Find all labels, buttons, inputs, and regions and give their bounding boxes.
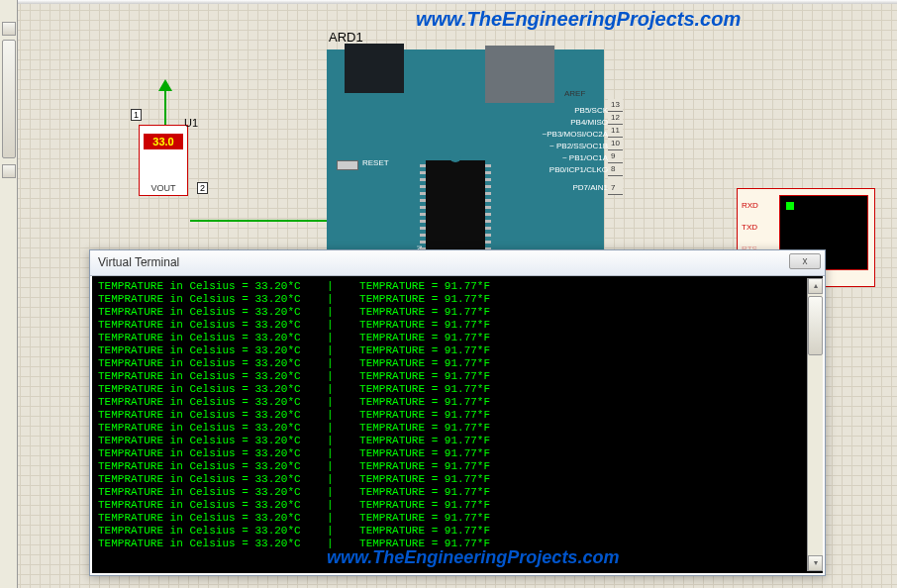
arduino-board[interactable]: RESET DIGI AN PB5/SCK PB4/MISO ~PB3/MOSI…	[327, 49, 604, 257]
pin-label: PB5/SCK	[543, 105, 608, 117]
window-titlebar[interactable]: Virtual Terminal x	[90, 250, 825, 276]
arduino-right-pin-numbers: 13 12 11 10 9 8 7	[608, 99, 623, 195]
scrollbar-thumb[interactable]	[2, 40, 16, 158]
terminal-output[interactable]: TEMPRATURE in Celsius = 33.20*C | TEMPRA…	[92, 276, 823, 573]
arduino-ref-label: ARD1	[329, 30, 363, 45]
terminal-line: TEMPRATURE in Celsius = 33.20*C | TEMPRA…	[98, 383, 817, 396]
terminal-line: TEMPRATURE in Celsius = 33.20*C | TEMPRA…	[98, 332, 817, 344]
sensor-vout-label: VOUT	[140, 181, 187, 195]
pin-label: ~ PB2/SS/OC1B	[543, 141, 608, 152]
schematic-canvas[interactable]: www.TheEngineeringProjects.com U1 1 33.0…	[0, 0, 897, 588]
terminal-line: TEMPRATURE in Celsius = 33.20*C | TEMPRA…	[98, 396, 817, 409]
reset-label: RESET	[362, 158, 389, 167]
terminal-line: TEMPRATURE in Celsius = 33.20*C | TEMPRA…	[98, 460, 817, 473]
arduino-right-pin-labels: PB5/SCK PB4/MISO ~PB3/MOSI/OC2A ~ PB2/SS…	[543, 105, 608, 194]
sensor-ref-label: U1	[184, 117, 198, 129]
window-close-button[interactable]: x	[789, 253, 821, 269]
vcc-wire	[164, 89, 166, 125]
pin-number: 10	[608, 138, 623, 150]
terminal-line: TEMPRATURE in Celsius = 33.20*C | TEMPRA…	[98, 306, 817, 319]
terminal-line: TEMPRATURE in Celsius = 33.20*C | TEMPRA…	[98, 422, 817, 435]
ruler	[18, 0, 897, 4]
pin-label: RXD	[742, 195, 758, 217]
sensor-component[interactable]: U1 1 33.0 VOUT 2	[139, 89, 188, 196]
terminal-line: TEMPRATURE in Celsius = 33.20*C | TEMPRA…	[98, 293, 817, 306]
window-title: Virtual Terminal	[98, 255, 179, 269]
terminal-scrollbar[interactable]: ▴ ▾	[807, 278, 823, 571]
pin-label: ~PB3/MOSI/OC2A	[543, 129, 608, 141]
reset-button-icon	[337, 160, 358, 170]
terminal-line: TEMPRATURE in Celsius = 33.20*C | TEMPRA…	[98, 486, 817, 499]
watermark-top: www.TheEngineeringProjects.com	[416, 8, 741, 31]
terminal-line: TEMPRATURE in Celsius = 33.20*C | TEMPRA…	[98, 435, 817, 447]
terminal-line: TEMPRATURE in Celsius = 33.20*C | TEMPRA…	[98, 499, 817, 512]
terminal-line: TEMPRATURE in Celsius = 33.20*C | TEMPRA…	[98, 344, 817, 357]
pin-number: 7	[608, 182, 623, 195]
pin-number: 11	[608, 125, 623, 138]
sensor-display-value: 33.0	[144, 134, 183, 149]
scroll-down-button[interactable]	[2, 164, 16, 178]
pin-number: 8	[608, 163, 623, 176]
scrollbar-thumb[interactable]	[808, 296, 823, 355]
scroll-up-button[interactable]: ▴	[808, 278, 823, 294]
sensor-pin1-label: 1	[131, 109, 142, 121]
toolbar-left	[0, 0, 18, 588]
pin-number: 9	[608, 150, 623, 163]
scroll-down-button[interactable]: ▾	[808, 555, 823, 571]
watermark-bottom: www.TheEngineeringProjects.com	[327, 547, 619, 568]
pin-number: 12	[608, 112, 623, 125]
usb-jack-icon	[345, 44, 404, 93]
wire-sensor-to-arduino	[190, 220, 329, 222]
terminal-line: TEMPRATURE in Celsius = 33.20*C | TEMPRA…	[98, 319, 817, 332]
aref-label: AREF	[564, 89, 585, 98]
virtual-terminal-window[interactable]: Virtual Terminal x TEMPRATURE in Celsius…	[89, 249, 826, 576]
power-jack-icon	[485, 46, 554, 103]
terminal-line: TEMPRATURE in Celsius = 33.20*C | TEMPRA…	[98, 280, 817, 293]
terminal-line: TEMPRATURE in Celsius = 33.20*C | TEMPRA…	[98, 370, 817, 383]
scroll-up-button[interactable]	[2, 22, 16, 36]
terminal-line: TEMPRATURE in Celsius = 33.20*C | TEMPRA…	[98, 357, 817, 370]
cursor-icon	[786, 202, 794, 210]
pin-label: ~ PB1/OC1A	[543, 152, 608, 164]
sensor-body: 33.0 VOUT	[139, 125, 188, 196]
pin-label: PB4/MISO	[543, 117, 608, 129]
terminal-line: TEMPRATURE in Celsius = 33.20*C | TEMPRA…	[98, 525, 817, 538]
pin-label: PB0/ICP1/CLKO	[543, 164, 608, 176]
pin-label: TXD	[742, 217, 758, 239]
terminal-line: TEMPRATURE in Celsius = 33.20*C | TEMPRA…	[98, 512, 817, 525]
pin-label: PD7/AIN1	[543, 182, 608, 194]
terminal-line: TEMPRATURE in Celsius = 33.20*C | TEMPRA…	[98, 447, 817, 460]
terminal-line: TEMPRATURE in Celsius = 33.20*C | TEMPRA…	[98, 409, 817, 422]
terminal-line: TEMPRATURE in Celsius = 33.20*C | TEMPRA…	[98, 473, 817, 486]
pin-number: 13	[608, 99, 623, 112]
sensor-pin2-label: 2	[197, 182, 208, 194]
